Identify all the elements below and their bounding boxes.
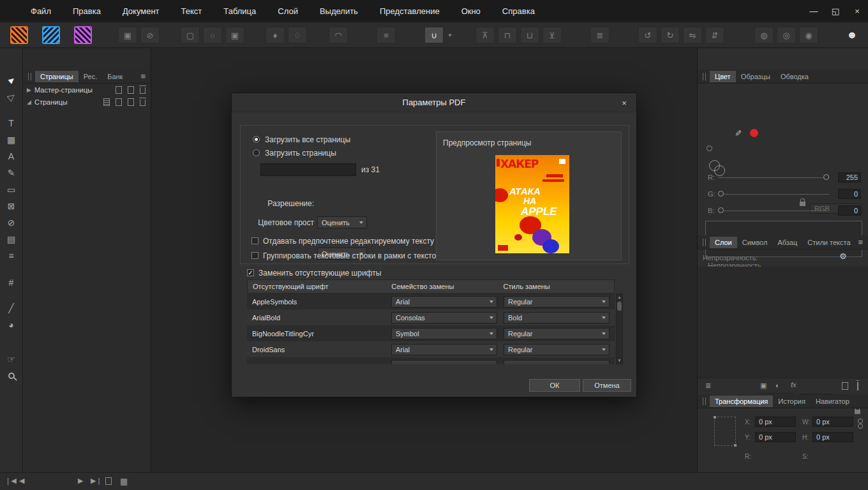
replace-fonts-checkbox[interactable]: ✓ <box>247 269 254 276</box>
ellipse-view-icon[interactable]: ○ <box>203 27 222 43</box>
menu-view[interactable]: Представление <box>380 6 440 16</box>
tab-history[interactable]: История <box>773 396 811 407</box>
panel-drag-handle[interactable] <box>703 397 706 405</box>
paragraph-marks-icon[interactable]: ≡ <box>377 27 396 43</box>
rotate-cw-icon[interactable]: ↻ <box>661 27 680 43</box>
move-to-front-icon[interactable]: ⊼ <box>475 27 495 43</box>
lasso-icon[interactable]: ◠ <box>329 27 348 43</box>
geometry-subtract-icon[interactable]: ◎ <box>777 27 796 43</box>
tab-text-styles[interactable]: Стили текста <box>802 237 855 248</box>
tab-stroke[interactable]: Обводка <box>775 71 814 82</box>
menu-document[interactable]: Документ <box>123 6 160 16</box>
menu-help[interactable]: Справка <box>502 6 535 16</box>
eyedropper-icon[interactable]: ✎ <box>733 130 743 137</box>
chevron-right-icon[interactable]: ▶ <box>27 87 34 93</box>
pin-icon[interactable]: ♦ <box>266 27 285 43</box>
red-slider[interactable] <box>718 177 829 178</box>
blue-value-input[interactable] <box>838 205 861 216</box>
h-input[interactable] <box>812 432 853 442</box>
trash-icon[interactable] <box>140 87 146 94</box>
table-row[interactable]: AppleSymbols Arial Regular <box>247 293 615 309</box>
menu-select[interactable]: Выделить <box>320 6 358 16</box>
mask-icon[interactable]: ▣ <box>760 382 767 390</box>
menu-file[interactable]: Файл <box>31 6 51 16</box>
first-page-icon[interactable]: ❘◀ <box>5 477 17 485</box>
page-setup-icon[interactable]: ▢ <box>181 27 200 43</box>
menu-layer[interactable]: Слой <box>278 6 298 16</box>
next-page-icon[interactable]: ▶ <box>78 477 83 485</box>
pin-float-icon[interactable]: ♢ <box>288 27 307 43</box>
node-tool-icon[interactable]: ▷ <box>3 88 20 105</box>
crop-tool-icon[interactable]: # <box>3 274 20 291</box>
table-row[interactable]: DroidSans Arial Regular <box>247 341 615 357</box>
adjustment-icon[interactable]: ◐ <box>775 382 780 389</box>
style-dropdown[interactable]: Bold <box>504 312 610 323</box>
vector-brush-tool-icon[interactable]: ╱ <box>3 300 20 316</box>
prefer-editable-checkbox[interactable] <box>251 237 258 244</box>
page-range-input[interactable] <box>260 163 356 176</box>
family-dropdown[interactable]: Arial <box>391 296 497 308</box>
hand-tool-icon[interactable]: ☞ <box>3 351 20 368</box>
tab-paragraph[interactable]: Абзац <box>772 237 802 248</box>
scroll-up-icon[interactable]: ▲ <box>618 294 622 301</box>
layer-stack-icon[interactable]: ≣ <box>705 382 711 390</box>
list-view-icon[interactable] <box>103 98 110 106</box>
guides-tool-icon[interactable]: ≡ <box>3 248 20 264</box>
tab-navigator[interactable]: Навигатор <box>811 396 855 407</box>
anchor-selector[interactable] <box>714 417 736 446</box>
blue-slider[interactable] <box>718 211 829 211</box>
duplicate-page-icon[interactable] <box>128 98 134 106</box>
resolution-dropdown[interactable]: Оценить <box>317 216 367 228</box>
add-page-icon[interactable] <box>116 86 122 94</box>
scrollbar-thumb[interactable] <box>617 302 622 311</box>
menu-window[interactable]: Окно <box>461 6 481 16</box>
blue-slider-knob[interactable] <box>718 207 724 213</box>
table-tool-icon[interactable]: ▦ <box>3 131 20 148</box>
geometry-intersect-icon[interactable]: ◉ <box>799 27 818 43</box>
duplicate-page-icon[interactable] <box>128 86 134 94</box>
scroll-down-icon[interactable]: ▼ <box>618 357 622 364</box>
family-dropdown[interactable]: Arial <box>391 344 497 355</box>
flip-vertical-icon[interactable]: ⇵ <box>705 27 724 43</box>
rectangle-tool-icon[interactable]: ▭ <box>3 181 20 198</box>
panel-menu-icon[interactable]: ≡ <box>858 237 863 247</box>
text-alignment-icon[interactable]: ≣ <box>590 27 610 43</box>
family-dropdown[interactable] <box>391 360 497 365</box>
zoom-tool-icon[interactable] <box>3 368 20 384</box>
restore-button[interactable]: ◱ <box>825 0 846 22</box>
pen-tool-icon[interactable]: ✎ <box>3 165 20 181</box>
link-dimensions-icon[interactable] <box>858 419 863 429</box>
account-icon[interactable]: ☻ <box>842 27 862 43</box>
previous-page-icon[interactable]: ◀ <box>19 477 24 485</box>
package-icon[interactable]: ▣ <box>118 27 137 43</box>
rotate-ccw-icon[interactable]: ↺ <box>638 27 657 43</box>
menu-text[interactable]: Текст <box>181 6 202 16</box>
pages-row[interactable]: ◢ Страницы <box>23 96 151 108</box>
move-backward-icon[interactable]: ⊔ <box>520 27 539 43</box>
red-slider-knob[interactable] <box>823 174 829 180</box>
affinity-designer-icon[interactable] <box>42 26 60 44</box>
tab-resources[interactable]: Рес. <box>79 71 103 82</box>
red-value-input[interactable] <box>838 172 861 182</box>
noise-toggle-icon[interactable] <box>707 145 712 151</box>
style-dropdown[interactable]: Regular <box>504 344 610 355</box>
green-slider[interactable] <box>718 194 829 195</box>
style-dropdown[interactable] <box>504 360 610 365</box>
y-input[interactable] <box>755 432 796 442</box>
green-value-input[interactable] <box>838 189 861 199</box>
tab-transform[interactable]: Трансформация <box>710 396 773 407</box>
delete-layer-icon[interactable] <box>857 382 858 390</box>
style-dropdown[interactable]: Regular <box>504 296 610 308</box>
x-input[interactable] <box>755 417 796 427</box>
style-dropdown[interactable]: Regular <box>504 328 610 339</box>
trash-icon[interactable] <box>140 100 146 106</box>
chevron-down-icon[interactable]: ◢ <box>27 99 34 105</box>
load-pages-radio[interactable] <box>253 149 260 156</box>
panel-drag-handle[interactable] <box>703 239 706 246</box>
move-tool-icon[interactable]: ► <box>3 71 20 88</box>
picture-frame-ellipse-icon[interactable]: ⊘ <box>3 214 20 231</box>
table-row[interactable]: ArialBold Consolas Bold <box>247 309 615 325</box>
affinity-photo-icon[interactable] <box>74 26 92 44</box>
family-dropdown[interactable]: Consolas <box>391 312 497 323</box>
dialog-titlebar[interactable]: Параметры PDF × <box>232 93 636 112</box>
